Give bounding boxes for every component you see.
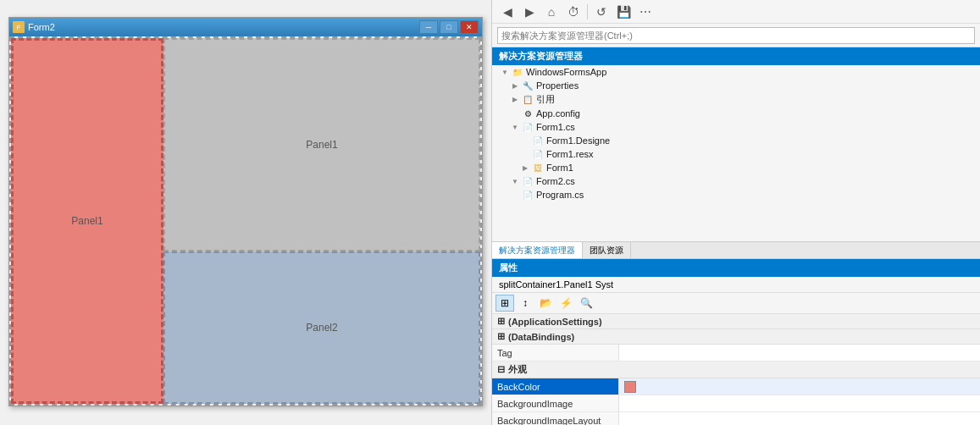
prop-btn-alphabetical[interactable]: ↕ (516, 295, 534, 312)
label-form1designer: Form1.Designe (546, 135, 610, 146)
icon-form1designer: 📄 (531, 135, 545, 146)
arrow-form2cs: ▼ (509, 175, 521, 187)
prop-name-tag: Tag (492, 345, 619, 361)
form2-app-icon: F (13, 21, 25, 33)
arrow-refs: ▶ (509, 94, 521, 106)
tree-item-refs[interactable]: ▶ 📋 引用 (492, 92, 980, 107)
icon-refs: 📋 (521, 94, 534, 106)
icon-form1: 🖼 (531, 162, 545, 174)
prop-row-bgimage[interactable]: BackgroundImage (492, 395, 980, 412)
label-form1cs: Form1.cs (536, 122, 575, 132)
minimize-button[interactable]: ─ (419, 20, 438, 34)
group-appsettings[interactable]: ⊞ (ApplicationSettings) (492, 314, 980, 329)
tree-item-appconfig[interactable]: ▶ ⚙ App.config (492, 107, 980, 120)
solution-explorer-title: 解决方案资源管理器 (492, 47, 980, 65)
prop-value-bgimage[interactable] (619, 395, 980, 411)
prop-value-backcolor[interactable] (619, 378, 980, 395)
tree-item-form1resx[interactable]: ▶ 📄 Form1.resx (492, 147, 980, 161)
properties-target: splitContainer1.Panel1 Syst (492, 277, 980, 293)
arrow-form1: ▶ (519, 162, 531, 174)
save-button[interactable]: 💾 (615, 3, 632, 20)
search-input[interactable] (497, 27, 975, 44)
label-appconfig: App.config (536, 108, 580, 119)
label-root: WindowsFormsApp (526, 67, 606, 77)
arrow-root: ▼ (499, 66, 511, 78)
form2-title-left: F Form2 (13, 21, 55, 33)
right-panels: ◀ ▶ ⌂ ⏱ ↺ 💾 ⋯ 解决方案资源管理器 ▼ 📁 WindowsForms… (491, 0, 980, 425)
form2-title-text: Form2 (28, 22, 55, 32)
icon-form1resx: 📄 (531, 148, 545, 160)
form2-body: Panel1 Panel1 Panel2 (9, 36, 482, 406)
bottom-panel-label: Panel2 (306, 322, 337, 334)
label-properties: Properties (536, 80, 579, 91)
solution-tabs: 解决方案资源管理器 团队资源 (492, 242, 980, 259)
bottom-panel[interactable]: Panel2 (163, 251, 480, 404)
tree-item-form1cs[interactable]: ▼ 📄 Form1.cs (492, 120, 980, 134)
refresh-button[interactable]: ↺ (593, 3, 610, 20)
tree-item-form1[interactable]: ▶ 🖼 Form1 (492, 161, 980, 174)
icon-form2cs: 📄 (521, 175, 534, 187)
icon-form1cs: 📄 (521, 121, 534, 133)
prop-row-tag[interactable]: Tag (492, 345, 980, 362)
maximize-button[interactable]: □ (440, 20, 458, 34)
properties-title: 属性 (492, 259, 980, 277)
prop-toolbar: ⊞ ↕ 📂 ⚡ 🔍 (492, 293, 980, 314)
label-form2cs: Form2.cs (536, 176, 575, 186)
icon-appconfig: ⚙ (521, 108, 534, 119)
prop-name-backcolor: BackColor (492, 378, 619, 395)
search-bar (492, 24, 980, 47)
arrow-form1cs: ▼ (509, 121, 521, 133)
designer-area: F Form2 ─ □ ✕ Panel1 Panel1 Panel2 (0, 0, 491, 425)
properties-panel: 属性 splitContainer1.Panel1 Syst ⊞ ↕ 📂 ⚡ 🔍… (492, 259, 980, 425)
group-databindings-expand: ⊞ (497, 331, 505, 342)
close-button[interactable]: ✕ (460, 20, 479, 34)
prop-row-bgimagelayout[interactable]: BackgroundImageLayout (492, 412, 980, 425)
prop-value-bgimagelayout[interactable] (619, 412, 980, 425)
forward-button[interactable]: ▶ (521, 3, 538, 20)
more-button[interactable]: ⋯ (637, 3, 654, 20)
left-panel[interactable]: Panel1 (11, 38, 163, 404)
prop-btn-properties[interactable]: 📂 (536, 295, 555, 312)
label-refs: 引用 (536, 93, 555, 106)
group-appsettings-expand: ⊞ (497, 316, 505, 327)
backcolor-swatch-container (624, 381, 636, 393)
group-databindings[interactable]: ⊞ (DataBindings) (492, 329, 980, 345)
prop-row-backcolor[interactable]: BackColor (492, 378, 980, 395)
backcolor-swatch (624, 381, 636, 393)
prop-grid: ⊞ (ApplicationSettings) ⊞ (DataBindings)… (492, 314, 980, 425)
group-appearance-label: 外观 (508, 363, 527, 376)
tree-item-form1designer[interactable]: ▶ 📄 Form1.Designe (492, 134, 980, 147)
label-programcs: Program.cs (536, 190, 584, 200)
label-form1resx: Form1.resx (546, 149, 594, 159)
right-split-container: Panel1 Panel2 (163, 38, 480, 404)
group-databindings-label: (DataBindings) (508, 332, 574, 342)
tab-team-resources[interactable]: 团队资源 (583, 242, 631, 258)
tree-item-root[interactable]: ▼ 📁 WindowsFormsApp (492, 65, 980, 79)
top-panel[interactable]: Panel1 (163, 38, 480, 251)
prop-value-tag[interactable] (619, 345, 980, 361)
back-button[interactable]: ◀ (499, 3, 516, 20)
icon-root: 📁 (511, 66, 524, 78)
left-panel-label: Panel1 (71, 215, 102, 227)
top-toolbar: ◀ ▶ ⌂ ⏱ ↺ 💾 ⋯ (492, 0, 980, 24)
form2-titlebar: F Form2 ─ □ ✕ (9, 18, 482, 36)
prop-btn-categorized[interactable]: ⊞ (496, 295, 514, 312)
home-button[interactable]: ⌂ (543, 3, 560, 20)
group-appearance[interactable]: ⊟ 外观 (492, 362, 980, 378)
tree-item-programcs[interactable]: ▶ 📄 Program.cs (492, 188, 980, 201)
prop-name-bgimage: BackgroundImage (492, 395, 619, 411)
prop-btn-events[interactable]: ⚡ (556, 295, 575, 312)
timer-button[interactable]: ⏱ (565, 3, 582, 20)
icon-programcs: 📄 (521, 189, 534, 201)
tree-item-form2cs[interactable]: ▼ 📄 Form2.cs (492, 174, 980, 188)
tab-solution-explorer[interactable]: 解决方案资源管理器 (492, 242, 583, 258)
prop-name-bgimagelayout: BackgroundImageLayout (492, 412, 619, 425)
tree-item-properties[interactable]: ▶ 🔧 Properties (492, 79, 980, 92)
group-appearance-expand: ⊟ (497, 364, 505, 375)
form2-window: F Form2 ─ □ ✕ Panel1 Panel1 Panel2 (8, 17, 483, 406)
solution-explorer: 解决方案资源管理器 ▼ 📁 WindowsFormsApp ▶ 🔧 Proper… (492, 47, 980, 242)
group-appsettings-label: (ApplicationSettings) (508, 317, 602, 327)
arrow-properties: ▶ (509, 80, 521, 91)
prop-btn-search[interactable]: 🔍 (577, 295, 595, 312)
form2-window-controls: ─ □ ✕ (419, 20, 479, 34)
